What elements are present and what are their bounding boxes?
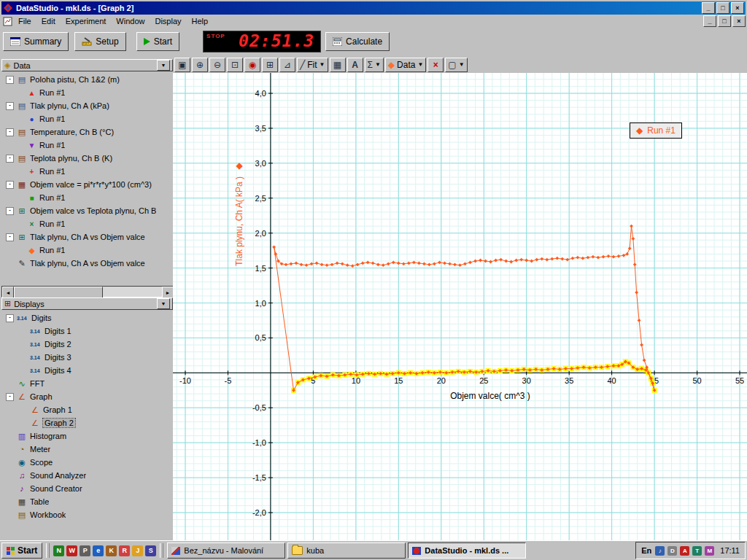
menu-file[interactable]: File: [13, 15, 36, 27]
collapse-toggle[interactable]: -: [6, 128, 14, 136]
legend[interactable]: ◆ Run #1: [630, 122, 682, 139]
zoom-select-button[interactable]: ⊡: [227, 58, 243, 72]
data-tree-hscrollbar[interactable]: ◄ ►: [1, 286, 173, 298]
text-tool-button[interactable]: A: [347, 58, 363, 72]
task-button[interactable]: kuba: [287, 542, 406, 559]
volume-icon[interactable]: ♪: [655, 546, 665, 556]
display-item[interactable]: ◔Meter: [1, 443, 173, 456]
display-item[interactable]: ◉Scope: [1, 456, 173, 469]
collapse-toggle[interactable]: -: [6, 393, 14, 401]
graph-plot[interactable]: -10-55101520253035404550554,03,53,02,52,…: [173, 73, 747, 540]
axis-settings-dropdown[interactable]: ▢▼: [445, 58, 467, 72]
scroll-right-button[interactable]: ►: [162, 287, 173, 298]
display-item[interactable]: ∠Graph 2: [1, 416, 173, 429]
display-item[interactable]: ▤Workbook: [1, 508, 173, 521]
task-button[interactable]: Bez_názvu - Malování: [167, 542, 285, 559]
package-icon[interactable]: K: [106, 545, 117, 556]
collapse-toggle[interactable]: -: [6, 102, 14, 110]
menu-edit[interactable]: Edit: [36, 15, 61, 27]
run-item[interactable]: ◆Run #1: [1, 244, 173, 257]
display-item[interactable]: -3.14Digits: [1, 311, 173, 324]
child-restore-button[interactable]: □: [718, 15, 731, 27]
java-icon[interactable]: J: [132, 545, 143, 556]
minimize-button[interactable]: _: [702, 2, 715, 14]
winamp-icon[interactable]: W: [66, 545, 77, 556]
restore-button[interactable]: □: [716, 2, 729, 14]
displays-panel-dropdown-button[interactable]: ▼: [157, 298, 170, 309]
scroll-left-button[interactable]: ◄: [2, 287, 14, 298]
printer-icon[interactable]: P: [80, 545, 90, 556]
display-item-label: Digits 3: [44, 353, 71, 362]
close-button[interactable]: ×: [731, 2, 744, 14]
fit-dropdown[interactable]: ╱Fit▼: [297, 58, 328, 72]
collapse-toggle[interactable]: -: [6, 155, 14, 163]
display-item[interactable]: ▦Table: [1, 495, 173, 508]
run-item[interactable]: ▼Run #1: [1, 139, 173, 152]
data-item[interactable]: -▦Objem valce = pi*r*r*y*100 (cm^3): [1, 178, 173, 191]
remove-button[interactable]: ×: [427, 58, 444, 72]
data-item[interactable]: -▤Tlak plynu, Ch A (kPa): [1, 99, 173, 112]
keyboard-layout-indicator[interactable]: En: [641, 546, 651, 555]
menu-experiment[interactable]: Experiment: [61, 15, 112, 27]
child-close-button[interactable]: ×: [732, 15, 746, 27]
display-settings-icon[interactable]: D: [667, 546, 677, 556]
data-item[interactable]: ✎Tlak plynu, Ch A vs Objem valce: [1, 257, 173, 270]
task-button[interactable]: DataStudio - mkl.ds ...: [408, 542, 526, 559]
data-item[interactable]: -▤Teplota plynu, Ch B (K): [1, 152, 173, 165]
data-dropdown[interactable]: ◆Data▼: [385, 58, 427, 72]
scroll-thumb[interactable]: [14, 287, 103, 298]
data-item[interactable]: -⊞Tlak plynu, Ch A vs Objem valce: [1, 230, 173, 244]
display-item[interactable]: ∿FFT: [1, 377, 173, 390]
collapse-toggle[interactable]: -: [6, 181, 14, 189]
smart-tool-button[interactable]: ◉: [244, 58, 260, 72]
summary-button[interactable]: Summary: [3, 32, 69, 51]
data-panel-header[interactable]: ◈ Data ▼: [1, 59, 173, 71]
menu-display[interactable]: Display: [150, 15, 186, 27]
display-item[interactable]: ∠Graph 1: [1, 403, 173, 416]
data-item[interactable]: -⊞Objem valce vs Teplota plynu, Ch B: [1, 204, 173, 217]
setup-button[interactable]: Setup: [74, 32, 125, 51]
menu-help[interactable]: Help: [187, 15, 214, 27]
run-item[interactable]: +Run #1: [1, 165, 173, 178]
display-item[interactable]: 3.14Digits 3: [1, 351, 173, 364]
data-item[interactable]: -▤Temperature, Ch B (°C): [1, 125, 173, 139]
run-item[interactable]: ■Run #1: [1, 191, 173, 204]
display-item[interactable]: 3.14Digits 4: [1, 364, 173, 377]
zoom-out-button[interactable]: ⊖: [209, 58, 225, 72]
realplayer-icon[interactable]: R: [119, 545, 130, 556]
display-item[interactable]: ▥Histogram: [1, 429, 173, 443]
display-item[interactable]: 3.14Digits 1: [1, 324, 173, 338]
display-item[interactable]: ♫Sound Analyzer: [1, 469, 173, 482]
menu-window[interactable]: Window: [111, 15, 150, 27]
data-item[interactable]: -▤Poloha pistu, Ch 1&2 (m): [1, 73, 173, 86]
displays-panel-header[interactable]: ⊞ Displays ▼: [1, 298, 173, 310]
grid-tool-button[interactable]: ⊞: [262, 58, 278, 72]
start-button[interactable]: Start: [136, 32, 179, 51]
display-item[interactable]: ♪Sound Creator: [1, 482, 173, 495]
child-minimize-button[interactable]: _: [703, 15, 716, 27]
collapse-toggle[interactable]: -: [6, 314, 14, 322]
statistics-dropdown[interactable]: Σ▼: [365, 58, 384, 72]
messenger-icon[interactable]: M: [705, 546, 714, 556]
collapse-toggle[interactable]: -: [6, 76, 14, 84]
collapse-toggle[interactable]: -: [6, 233, 14, 241]
scheduler-icon[interactable]: T: [692, 546, 702, 556]
start-menu-button[interactable]: Start: [1, 542, 42, 559]
title-bar[interactable]: DataStudio - mkl.ds - [Graph 2] _ □ ×: [1, 1, 746, 15]
notes-icon[interactable]: N: [53, 545, 64, 556]
calculate-tool-button[interactable]: ▦: [330, 58, 346, 72]
run-item[interactable]: ▲Run #1: [1, 86, 173, 99]
antivirus-icon[interactable]: A: [680, 546, 689, 556]
calculate-button[interactable]: Calculate: [325, 32, 390, 51]
run-item[interactable]: ●Run #1: [1, 112, 173, 125]
run-item[interactable]: ×Run #1: [1, 217, 173, 230]
data-panel-dropdown-button[interactable]: ▼: [157, 60, 170, 71]
display-item[interactable]: 3.14Digits 2: [1, 338, 173, 351]
internet-explorer-icon[interactable]: e: [93, 545, 104, 556]
scale-to-fit-button[interactable]: ▣: [174, 58, 190, 72]
display-item[interactable]: -∠Graph: [1, 390, 173, 403]
collapse-toggle[interactable]: -: [6, 207, 14, 215]
security-icon[interactable]: S: [145, 545, 156, 556]
zoom-in-button[interactable]: ⊕: [192, 58, 208, 72]
slope-tool-button[interactable]: ⊿: [279, 58, 295, 72]
